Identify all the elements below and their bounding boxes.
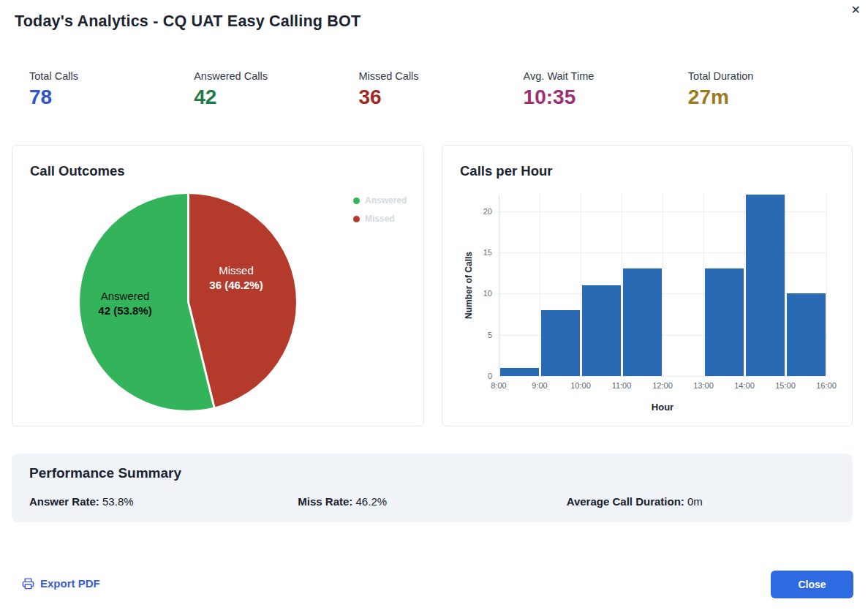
stat-total-calls: Total Calls78 [29, 70, 194, 109]
gridline-vertical [826, 195, 827, 376]
stat-value: 27m [688, 86, 853, 109]
bar-10:00 [582, 285, 621, 376]
x-tick-label: 8:00 [491, 381, 506, 390]
calls-per-hour-card: Calls per Hour Number of Calls 051015208… [442, 145, 853, 426]
close-icon[interactable]: ✕ [847, 1, 865, 19]
stats-row: Total Calls78Answered Calls42Missed Call… [29, 70, 853, 109]
stat-missed-calls: Missed Calls36 [358, 70, 523, 109]
stat-value: 36 [358, 86, 523, 109]
legend-dot [353, 198, 360, 204]
pie-chart-title: Call Outcomes [30, 163, 125, 179]
performance-summary-title: Performance Summary [29, 465, 181, 481]
y-tick-label: 0 [488, 372, 492, 380]
x-axis-label: Hour [652, 402, 673, 413]
x-tick-label: 16:00 [816, 381, 837, 390]
pie-legend: AnsweredMissed [353, 195, 407, 232]
x-tick-label: 12:00 [652, 381, 673, 390]
legend-item-missed[interactable]: Missed [353, 214, 407, 224]
y-tick-label: 20 [483, 207, 492, 216]
y-tick-label: 5 [488, 331, 492, 339]
bar-8:00 [500, 368, 539, 376]
close-button[interactable]: Close [771, 571, 853, 598]
x-tick-label: 14:00 [734, 381, 755, 390]
performance-summary: Performance Summary Answer Rate: 53.8%Mi… [12, 454, 853, 522]
charts-row: Call Outcomes Answered 42 (53.8%) Missed… [12, 145, 853, 426]
legend-item-answered[interactable]: Answered [353, 195, 407, 206]
pie-label-answered-value: 42 (53.8%) [98, 303, 151, 317]
stat-label: Avg. Wait Time [524, 70, 688, 82]
bar-9:00 [541, 310, 580, 376]
modal-title: Today's Analytics - CQ UAT Easy Calling … [15, 12, 361, 31]
stat-avg-wait-time: Avg. Wait Time10:35 [524, 70, 688, 109]
stat-value: 42 [194, 86, 358, 109]
stat-total-duration: Total Duration27m [688, 70, 853, 109]
y-axis-line [499, 195, 499, 376]
legend-label: Answered [365, 195, 407, 206]
pie-label-missed: Missed 36 (46.2%) [209, 263, 263, 292]
stat-answered-calls: Answered Calls42 [194, 70, 358, 109]
summary-item-label: Miss Rate: [298, 495, 352, 508]
x-tick-label: 11:00 [612, 381, 632, 390]
gridline-horizontal [499, 376, 826, 377]
stat-label: Answered Calls [194, 70, 358, 82]
performance-summary-items: Answer Rate: 53.8%Miss Rate: 46.2%Averag… [29, 495, 835, 508]
bar-11:00 [623, 268, 662, 376]
stat-label: Total Duration [688, 70, 853, 82]
stat-label: Total Calls [29, 70, 194, 82]
y-tick-label: 10 [483, 289, 492, 298]
stat-value: 78 [29, 86, 194, 109]
pie-slice-divider [187, 302, 215, 407]
x-tick-label: 15:00 [775, 381, 796, 390]
legend-dot [353, 216, 360, 222]
pie-label-missed-name: Missed [209, 263, 263, 278]
summary-item-answer-rate: Answer Rate: 53.8% [29, 495, 298, 508]
stat-value: 10:35 [524, 86, 688, 109]
y-axis-label: Number of Calls [464, 252, 474, 319]
bar-13:00 [705, 268, 744, 376]
summary-item-label: Average Call Duration: [567, 495, 684, 508]
legend-label: Missed [365, 214, 395, 224]
x-tick-label: 10:00 [570, 381, 591, 390]
bar-chart-plot: 051015208:009:0010:0011:0012:0013:0014:0… [499, 195, 826, 376]
pie-label-answered-name: Answered [98, 289, 151, 304]
bar-15:00 [787, 293, 826, 376]
summary-item-average-call-duration: Average Call Duration: 0m [567, 495, 835, 508]
gridline-vertical [663, 195, 663, 376]
stat-label: Missed Calls [358, 70, 523, 82]
printer-icon [22, 577, 34, 590]
x-tick-label: 9:00 [532, 381, 547, 390]
export-pdf-button[interactable]: Export PDF [22, 577, 100, 590]
pie-label-missed-value: 36 (46.2%) [209, 277, 263, 292]
bar-chart-title: Calls per Hour [460, 163, 552, 179]
x-tick-label: 13:00 [693, 381, 714, 390]
bar-14:00 [746, 195, 785, 376]
y-tick-label: 15 [483, 248, 492, 257]
summary-item-miss-rate: Miss Rate: 46.2% [298, 495, 566, 508]
summary-item-label: Answer Rate: [29, 495, 99, 508]
pie-label-answered: Answered 42 (53.8%) [98, 289, 151, 317]
export-pdf-label: Export PDF [40, 577, 100, 590]
pie-slice-divider [187, 194, 189, 302]
call-outcomes-card: Call Outcomes Answered 42 (53.8%) Missed… [12, 145, 424, 426]
